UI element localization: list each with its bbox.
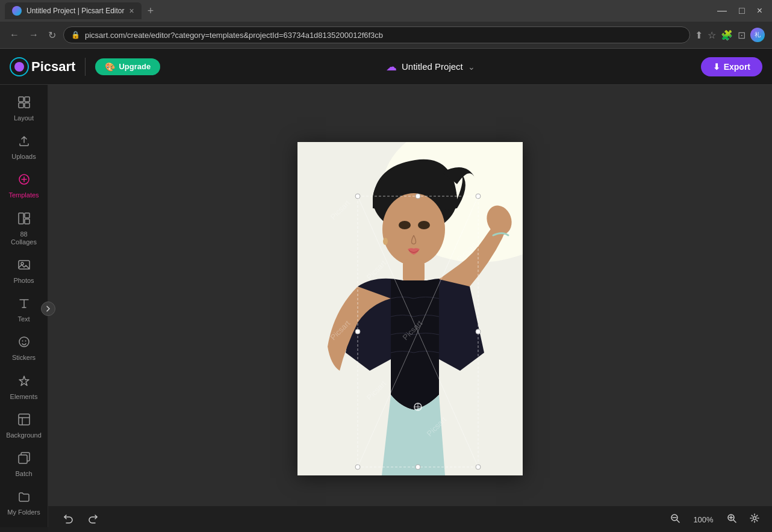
uploads-icon <box>17 134 31 150</box>
svg-point-24 <box>418 221 430 229</box>
maximize-button[interactable]: □ <box>734 4 750 17</box>
export-button[interactable]: ⬇ Export <box>701 57 762 76</box>
sidebar-label-background: Background <box>6 431 42 439</box>
svg-point-1 <box>14 62 24 72</box>
sidebar-item-layout[interactable]: Layout <box>2 90 46 128</box>
lock-icon: 🔒 <box>71 31 80 39</box>
project-title: Untitled Project <box>402 61 463 72</box>
upgrade-icon: 🎨 <box>105 62 115 72</box>
layout-icon <box>17 96 31 112</box>
svg-point-23 <box>399 221 411 229</box>
text-icon <box>17 297 31 313</box>
share-icon[interactable]: ⬆ <box>695 29 703 41</box>
tab-close-button[interactable]: × <box>129 6 134 16</box>
browser-actions: ⬆ ☆ 🧩 ⊡ 礼 <box>695 28 765 42</box>
zoom-out-button[interactable] <box>665 510 685 529</box>
refresh-button[interactable]: ↻ <box>46 27 58 43</box>
bookmark-icon[interactable]: ☆ <box>708 29 716 41</box>
export-label: Export <box>724 62 750 72</box>
new-tab-button[interactable]: + <box>144 4 158 19</box>
topbar: Picsart 🎨 Upgrade ☁ Untitled Project ⌄ ⬇… <box>0 49 772 85</box>
svg-rect-15 <box>19 455 27 463</box>
active-tab[interactable]: Untitled Project | Picsart Editor × <box>5 2 142 19</box>
svg-rect-5 <box>25 103 30 108</box>
sidebar-label-layout: Layout <box>14 114 34 122</box>
sidebar-expand-button[interactable] <box>41 302 55 316</box>
svg-rect-14 <box>19 414 30 425</box>
redo-button[interactable] <box>83 510 104 529</box>
sidebar-item-templates[interactable]: Templates <box>2 167 46 205</box>
logo-icon <box>10 57 29 76</box>
zoom-in-button[interactable] <box>721 510 742 529</box>
address-bar[interactable]: 🔒 picsart.com/create/editor?category=tem… <box>63 26 690 43</box>
sidebar-label-stickers: Stickers <box>12 354 36 362</box>
sidebar-label-uploads: Uploads <box>11 153 36 161</box>
upgrade-label: Upgrade <box>119 62 151 71</box>
chevron-down-icon[interactable]: ⌄ <box>468 62 475 72</box>
sidebar-item-text[interactable]: Text <box>2 291 46 329</box>
extensions-icon[interactable]: 🧩 <box>721 29 733 41</box>
sidebar-label-photos: Photos <box>13 277 34 285</box>
bottom-bar: 100% <box>48 506 772 532</box>
topbar-divider <box>85 58 86 76</box>
sidebar-label-templates: Templates <box>8 191 39 199</box>
stickers-icon <box>17 335 31 351</box>
undo-redo-group <box>58 510 104 529</box>
svg-point-36 <box>476 329 481 334</box>
svg-rect-4 <box>19 103 23 108</box>
sidebar-label-text: Text <box>17 315 30 323</box>
sidebar-label-my-folders: My Folders <box>7 509 40 516</box>
minimize-button[interactable]: — <box>712 4 732 17</box>
sidebar-item-elements[interactable]: Elements <box>2 368 46 407</box>
svg-point-39 <box>416 194 420 199</box>
logo-text: Picsart <box>31 59 75 75</box>
sidebar-toggle-icon[interactable]: ⊡ <box>738 29 746 41</box>
sidebar-item-collages[interactable]: 88 Collages <box>2 206 46 252</box>
my-folders-icon <box>17 490 31 506</box>
sidebar-item-uploads[interactable]: Uploads <box>2 128 46 167</box>
undo-button[interactable] <box>58 510 78 529</box>
canvas-area: Picsart Picsart Picsart Picsart Picsart … <box>48 85 772 532</box>
sidebar-label-batch: Batch <box>15 470 32 478</box>
sidebar-item-stickers[interactable]: Stickers <box>2 329 46 368</box>
background-icon <box>17 413 31 429</box>
forward-button[interactable]: → <box>26 27 41 43</box>
window-controls: — □ × <box>712 4 767 17</box>
sidebar-item-background[interactable]: Background <box>2 407 46 445</box>
svg-rect-7 <box>25 213 30 218</box>
collages-icon <box>17 212 31 228</box>
svg-point-35 <box>355 329 360 334</box>
close-button[interactable]: × <box>752 4 767 17</box>
templates-icon <box>17 173 31 189</box>
sidebar-item-photos[interactable]: Photos <box>2 252 46 291</box>
sidebar-label-elements: Elements <box>10 393 38 401</box>
upgrade-button[interactable]: 🎨 Upgrade <box>95 58 160 75</box>
logo[interactable]: Picsart <box>10 57 75 76</box>
sidebar-item-batch[interactable]: Batch <box>2 445 46 484</box>
svg-line-47 <box>677 520 679 522</box>
url-text: picsart.com/create/editor?category=templ… <box>85 31 682 40</box>
zoom-controls: 100% <box>665 510 762 529</box>
canvas-svg: Picsart Picsart Picsart Picsart Picsart … <box>297 142 523 475</box>
topbar-center: ☁ Untitled Project ⌄ <box>160 60 701 73</box>
photos-icon <box>17 258 31 274</box>
sidebar-item-my-folders[interactable]: My Folders <box>2 484 46 522</box>
zoom-level-text: 100% <box>690 515 717 524</box>
svg-rect-8 <box>25 219 30 224</box>
cloud-icon: ☁ <box>386 60 397 73</box>
back-button[interactable]: ← <box>7 27 22 43</box>
canvas-image: Picsart Picsart Picsart Picsart Picsart … <box>297 142 523 475</box>
user-avatar[interactable]: 礼 <box>750 28 765 42</box>
tab-title: Untitled Project | Picsart Editor <box>26 7 125 15</box>
tab-favicon <box>12 6 22 16</box>
svg-point-40 <box>416 465 420 469</box>
svg-point-13 <box>25 341 26 342</box>
sidebar-label-collages: 88 Collages <box>7 230 41 246</box>
export-icon: ⬇ <box>713 62 720 72</box>
svg-rect-3 <box>25 97 30 102</box>
canvas-settings-button[interactable] <box>747 510 762 529</box>
elements-icon <box>17 374 31 391</box>
svg-point-12 <box>22 341 23 342</box>
canvas-container[interactable]: Picsart Picsart Picsart Picsart Picsart … <box>297 142 523 475</box>
svg-point-53 <box>753 516 756 519</box>
